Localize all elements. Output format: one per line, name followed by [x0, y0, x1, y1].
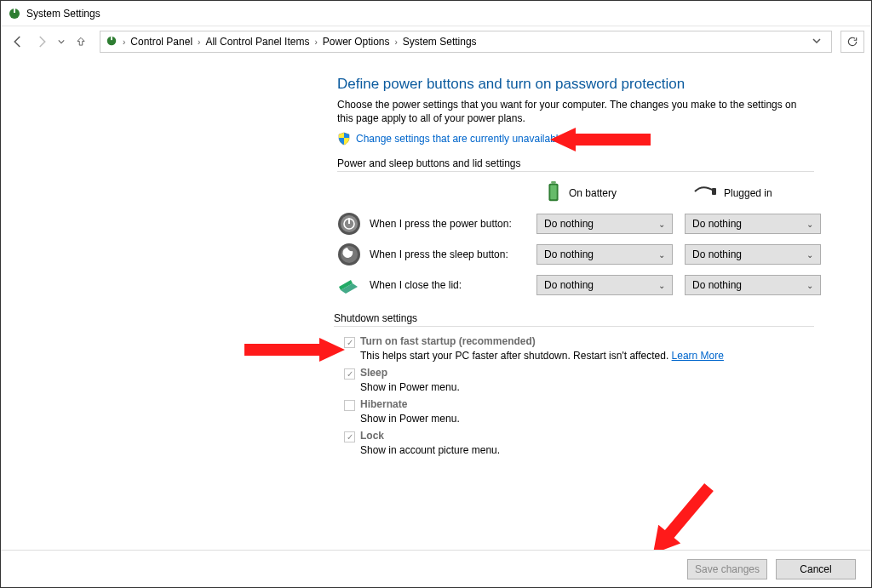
checkbox-icon: ✓ [344, 337, 355, 348]
svg-rect-11 [348, 218, 350, 224]
address-bar[interactable]: › Control Panel › All Control Panel Item… [100, 31, 832, 53]
section-label: Shutdown settings [334, 312, 814, 324]
dropdown-value: Do nothing [544, 279, 594, 291]
checkbox-sub-text: This helps start your PC faster after sh… [360, 350, 672, 362]
row-label-text: When I close the lid: [370, 279, 462, 291]
power-button-icon [337, 212, 361, 236]
power-grid: On battery Plugged in [337, 180, 814, 297]
annotation-arrow [243, 334, 345, 365]
chevron-right-icon: › [314, 37, 317, 47]
power-options-icon [106, 35, 118, 49]
checkbox-label: Hibernate [360, 398, 407, 410]
checkbox-sub: Show in account picture menu. [360, 444, 814, 456]
shutdown-section: Shutdown settings ✓ Turn on fast startup… [334, 312, 814, 456]
chevron-down-icon: ⌄ [806, 220, 813, 229]
svg-rect-7 [712, 188, 716, 195]
dropdown-value: Do nothing [692, 279, 742, 291]
navbar: › Control Panel › All Control Panel Item… [1, 26, 871, 57]
cancel-button[interactable]: Cancel [776, 559, 856, 579]
chevron-down-icon: ⌄ [658, 281, 665, 290]
row-label-text: When I press the sleep button: [370, 248, 508, 260]
svg-rect-6 [550, 186, 556, 200]
refresh-button[interactable] [840, 31, 864, 53]
page-heading: Define power buttons and turn on passwor… [337, 76, 814, 93]
checkbox-lock[interactable]: ✓ Lock [344, 430, 814, 442]
address-dropdown[interactable] [807, 37, 826, 47]
lid-icon [337, 273, 361, 297]
checkbox-sub: Show in Power menu. [360, 381, 814, 393]
chevron-down-icon: ⌄ [806, 250, 813, 260]
power-section: Power and sleep buttons and lid settings [337, 157, 814, 297]
change-settings-link[interactable]: Change settings that are currently unava… [356, 133, 564, 145]
col-on-battery: On battery [536, 180, 673, 205]
svg-rect-1 [14, 9, 15, 13]
checkbox-label: Lock [360, 430, 384, 442]
chevron-down-icon: ⌄ [658, 250, 665, 260]
checkbox-fast-startup[interactable]: ✓ Turn on fast startup (recommended) [344, 335, 814, 348]
breadcrumb-item[interactable]: System Settings [403, 36, 477, 48]
power-options-icon [8, 7, 21, 20]
history-dropdown[interactable] [55, 37, 67, 47]
uac-shield-icon [337, 132, 351, 146]
dropdown-power-plugged[interactable]: Do nothing ⌄ [685, 214, 821, 234]
divider [334, 326, 814, 327]
dropdown-value: Do nothing [544, 218, 594, 230]
checkbox-icon: ✓ [344, 368, 355, 380]
main-panel: Define power buttons and turn on passwor… [337, 76, 814, 550]
chevron-right-icon: › [123, 37, 125, 47]
breadcrumb-item[interactable]: Control Panel [130, 36, 192, 48]
checkbox-icon [344, 400, 355, 411]
section-label: Power and sleep buttons and lid settings [337, 157, 814, 169]
footer: Save changes Cancel [1, 550, 871, 587]
dropdown-lid-plugged[interactable]: Do nothing ⌄ [685, 275, 821, 295]
svg-rect-3 [111, 36, 112, 39]
checkbox-sub: Show in Power menu. [360, 413, 814, 425]
window-frame: System Settings › Control Panel › All Co… [0, 0, 872, 588]
checkbox-sub: This helps start your PC faster after sh… [360, 350, 814, 362]
chevron-down-icon: ⌄ [658, 220, 665, 229]
dropdown-value: Do nothing [692, 248, 742, 260]
content-area: Define power buttons and turn on passwor… [1, 57, 871, 550]
chevron-right-icon: › [198, 37, 200, 47]
checkbox-label: Sleep [360, 367, 387, 379]
save-changes-button[interactable]: Save changes [687, 559, 767, 579]
row-close-lid: When I close the lid: [337, 273, 525, 297]
forward-button[interactable] [32, 31, 52, 52]
svg-marker-15 [244, 338, 345, 362]
breadcrumb-item[interactable]: Power Options [323, 36, 390, 48]
breadcrumb-item[interactable]: All Control Panel Items [205, 36, 309, 48]
svg-rect-4 [551, 181, 556, 184]
page-description: Choose the power settings that you want … [337, 98, 814, 125]
dropdown-sleep-plugged[interactable]: Do nothing ⌄ [685, 244, 821, 265]
dropdown-value: Do nothing [692, 218, 742, 230]
checkbox-hibernate[interactable]: Hibernate [344, 398, 814, 411]
checkbox-label: Turn on fast startup (recommended) [360, 335, 536, 347]
change-settings-row: Change settings that are currently unava… [337, 132, 814, 146]
sleep-button-icon [337, 243, 361, 266]
dropdown-power-battery[interactable]: Do nothing ⌄ [536, 214, 673, 234]
row-sleep-button: When I press the sleep button: [337, 243, 525, 266]
dropdown-value: Do nothing [544, 248, 594, 260]
back-button[interactable] [8, 31, 28, 52]
chevron-right-icon: › [395, 37, 398, 47]
dropdown-sleep-battery[interactable]: Do nothing ⌄ [536, 244, 673, 265]
row-power-button: When I press the power button: [337, 212, 525, 236]
row-label-text: When I press the power button: [370, 218, 512, 230]
checkbox-sleep[interactable]: ✓ Sleep [344, 367, 814, 380]
up-button[interactable] [71, 31, 91, 52]
chevron-down-icon: ⌄ [806, 281, 813, 290]
col-plugged-in: Plugged in [685, 186, 821, 200]
plug-icon [693, 186, 717, 200]
checkbox-icon: ✓ [344, 431, 355, 442]
divider [337, 171, 814, 172]
col-label: Plugged in [724, 187, 772, 199]
battery-icon [545, 180, 562, 205]
titlebar: System Settings [1, 1, 871, 26]
learn-more-link[interactable]: Learn More [672, 350, 724, 362]
col-label: On battery [569, 187, 617, 199]
dropdown-lid-battery[interactable]: Do nothing ⌄ [536, 275, 673, 295]
window-title: System Settings [26, 8, 100, 20]
